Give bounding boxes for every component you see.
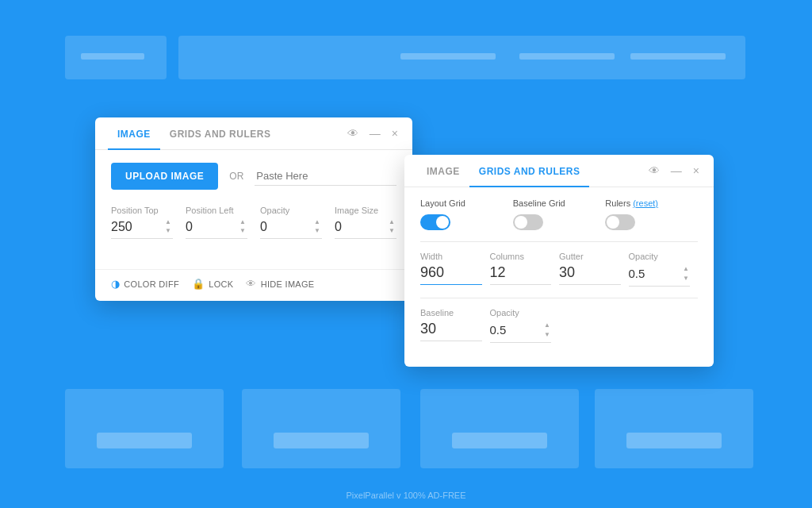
opacity-grids-label: Opacity bbox=[629, 252, 691, 261]
hide-image-label: HIDE IMAGE bbox=[261, 279, 315, 289]
opacity-grids-field: Opacity 0.5 ▲ ▼ bbox=[629, 252, 699, 287]
opacity-baseline-value-row: 0.5 ▲ ▼ bbox=[490, 321, 552, 343]
lock-label: LOCK bbox=[209, 279, 233, 289]
image-size-up[interactable]: ▲ bbox=[387, 218, 396, 226]
rulers-label: Rulers (reset) bbox=[605, 198, 698, 208]
rulers-reset-link[interactable]: (reset) bbox=[633, 198, 658, 208]
width-value-row: 960 bbox=[420, 264, 482, 285]
image-size-label: Image Size bbox=[335, 206, 396, 215]
wire-box-bl2 bbox=[242, 389, 400, 468]
tab-image[interactable]: IMAGE bbox=[108, 117, 160, 149]
eye-icon-1[interactable]: 👁 bbox=[346, 125, 360, 141]
image-size-value: 0 bbox=[335, 220, 387, 234]
close-icon-1[interactable]: × bbox=[390, 125, 400, 141]
image-size-down[interactable]: ▼ bbox=[387, 227, 396, 235]
or-label: OR bbox=[229, 171, 243, 182]
opacity-up[interactable]: ▲ bbox=[312, 218, 322, 226]
wire-line-tl bbox=[81, 53, 144, 60]
gutter-label: Gutter bbox=[559, 252, 621, 261]
position-left-stepper[interactable]: ▲ ▼ bbox=[238, 218, 247, 235]
baseline-label: Baseline bbox=[420, 308, 482, 318]
gutter-value: 30 bbox=[559, 264, 621, 281]
baseline-grid-toggle[interactable] bbox=[513, 214, 543, 230]
eye-icon-2[interactable]: 👁 bbox=[647, 163, 661, 179]
position-left-value-row: 0 ▲ ▼ bbox=[186, 218, 247, 239]
opacity-baseline-up[interactable]: ▲ bbox=[543, 321, 551, 330]
wire-box-bl3 bbox=[420, 389, 579, 468]
layout-grid-label: Layout Grid bbox=[420, 198, 513, 208]
baseline-value-row: 30 bbox=[420, 321, 482, 341]
opacity-baseline-stepper[interactable]: ▲ ▼ bbox=[543, 321, 551, 339]
grids-toggles-row: Layout Grid Baseline Grid Rulers (reset) bbox=[420, 198, 698, 230]
opacity-grids-value-row: 0.5 ▲ ▼ bbox=[629, 264, 691, 287]
wire-box-tl bbox=[65, 36, 167, 79]
position-top-down[interactable]: ▼ bbox=[163, 227, 173, 235]
grids-fields-row-1: Width 960 Columns 12 Gutter 30 Opacity bbox=[420, 252, 698, 287]
layout-grid-toggle[interactable] bbox=[420, 214, 450, 230]
minimize-icon-2[interactable]: — bbox=[669, 163, 684, 179]
opacity-grids-up[interactable]: ▲ bbox=[682, 264, 690, 274]
rulers-toggle-group: Rulers (reset) bbox=[605, 198, 698, 230]
minimize-icon-1[interactable]: — bbox=[368, 125, 382, 141]
position-left-field: Position Left 0 ▲ ▼ bbox=[186, 206, 247, 239]
opacity-label: Opacity bbox=[260, 206, 322, 215]
image-size-field: Image Size 0 ▲ ▼ bbox=[335, 206, 396, 239]
color-diff-icon: ◑ bbox=[111, 278, 120, 290]
grids-toggles-section: Layout Grid Baseline Grid Rulers (reset) bbox=[404, 187, 714, 287]
position-top-field: Position Top 250 ▲ ▼ bbox=[111, 206, 173, 239]
position-left-down[interactable]: ▼ bbox=[238, 227, 247, 235]
opacity-baseline-field: Opacity 0.5 ▲ ▼ bbox=[490, 308, 560, 343]
upload-image-button[interactable]: UPLOAD IMAGE bbox=[111, 163, 218, 190]
watermark: PixelParallel v 100% AD-FREE bbox=[346, 491, 465, 500]
columns-label: Columns bbox=[490, 252, 552, 261]
wire-line-tr2 bbox=[519, 53, 615, 60]
opacity-stepper[interactable]: ▲ ▼ bbox=[312, 218, 322, 235]
hide-image-button[interactable]: 👁 HIDE IMAGE bbox=[246, 278, 314, 290]
lock-button[interactable]: 🔒 LOCK bbox=[192, 278, 233, 290]
hide-image-icon: 👁 bbox=[246, 278, 256, 290]
grids-fields-row-2: Baseline 30 Opacity 0.5 ▲ ▼ bbox=[420, 308, 698, 343]
opacity-field: Opacity 0 ▲ ▼ bbox=[260, 206, 322, 239]
close-icon-2[interactable]: × bbox=[691, 163, 701, 179]
tab-image-2[interactable]: IMAGE bbox=[417, 155, 469, 187]
opacity-down[interactable]: ▼ bbox=[312, 227, 322, 235]
tab-actions-2: 👁 — × bbox=[647, 163, 701, 179]
opacity-grids-down[interactable]: ▼ bbox=[682, 274, 690, 283]
empty-field-1 bbox=[559, 308, 629, 343]
grids-panel-tabs: IMAGE GRIDS AND RULERS 👁 — × bbox=[404, 155, 714, 187]
position-top-up[interactable]: ▲ bbox=[163, 218, 173, 226]
wire-btn-bl2 bbox=[274, 433, 369, 448]
color-diff-button[interactable]: ◑ COLOR DIFF bbox=[111, 278, 179, 290]
fields-row: Position Top 250 ▲ ▼ Position Left 0 ▲ ▼ bbox=[111, 206, 396, 239]
image-panel-toolbar: ◑ COLOR DIFF 🔒 LOCK 👁 HIDE IMAGE bbox=[95, 269, 412, 301]
wire-line-tr3 bbox=[630, 53, 726, 60]
width-value: 960 bbox=[420, 264, 482, 281]
image-size-value-row: 0 ▲ ▼ bbox=[335, 218, 396, 239]
columns-value-row: 12 bbox=[490, 264, 552, 285]
wire-line-tr1 bbox=[400, 53, 496, 60]
color-diff-label: COLOR DIFF bbox=[124, 279, 179, 289]
position-top-label: Position Top bbox=[111, 206, 173, 215]
tab-grids-rulers-1[interactable]: GRIDS AND RULERS bbox=[160, 117, 281, 149]
position-left-label: Position Left bbox=[186, 206, 247, 215]
wire-box-bl4 bbox=[595, 389, 753, 468]
wire-btn-bl4 bbox=[626, 433, 722, 448]
image-panel-tabs: IMAGE GRIDS AND RULERS 👁 — × bbox=[95, 117, 412, 150]
empty-field-2 bbox=[629, 308, 699, 343]
image-size-stepper[interactable]: ▲ ▼ bbox=[387, 218, 396, 235]
opacity-baseline-down[interactable]: ▼ bbox=[543, 330, 551, 340]
position-left-up[interactable]: ▲ bbox=[238, 218, 247, 226]
position-top-stepper[interactable]: ▲ ▼ bbox=[163, 218, 173, 235]
tab-grids-rulers-2[interactable]: GRIDS AND RULERS bbox=[469, 155, 590, 187]
rulers-toggle[interactable] bbox=[605, 214, 635, 230]
grids-panel: IMAGE GRIDS AND RULERS 👁 — × Layout Grid… bbox=[404, 155, 714, 367]
baseline-grid-toggle-group: Baseline Grid bbox=[513, 198, 606, 230]
lock-icon: 🔒 bbox=[192, 278, 205, 290]
gutter-value-row: 30 bbox=[559, 264, 621, 285]
columns-field: Columns 12 bbox=[490, 252, 560, 287]
baseline-grid-knob bbox=[515, 216, 527, 229]
paste-input[interactable] bbox=[255, 167, 396, 186]
opacity-grids-stepper[interactable]: ▲ ▼ bbox=[682, 264, 690, 283]
baseline-grid-label: Baseline Grid bbox=[513, 198, 606, 208]
opacity-baseline-label: Opacity bbox=[490, 308, 552, 318]
